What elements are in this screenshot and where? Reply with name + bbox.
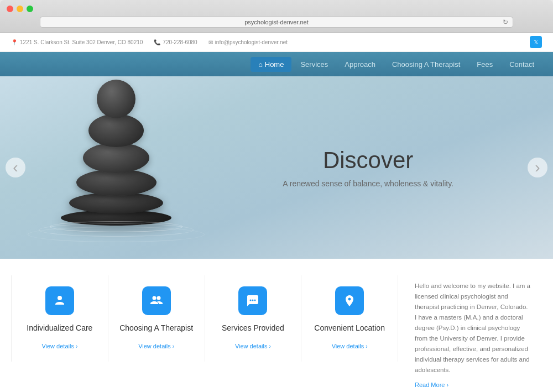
twitter-icon[interactable]: 𝕏 [530, 36, 542, 48]
nav-item-approach[interactable]: Approach [337, 57, 383, 72]
hero-section: Discover A renewed sense of balance, who… [0, 76, 553, 259]
address-bar[interactable]: psychologist-denver.net ↻ [40, 17, 513, 28]
prev-slide-button[interactable]: ‹ [6, 158, 25, 177]
stone-2 [76, 169, 156, 196]
main-nav: ⌂ Home Services Approach Choosing A Ther… [0, 52, 553, 76]
feature-card-choosing-therapist: Choosing A Therapist View details › [108, 275, 205, 362]
traffic-lights [7, 6, 546, 12]
read-more-arrow: › [446, 381, 448, 388]
close-button[interactable] [7, 6, 13, 12]
svg-point-4 [252, 300, 254, 301]
nav-item-choosing-therapist[interactable]: Choosing A Therapist [384, 57, 468, 72]
email-icon: ✉ [208, 39, 213, 45]
nav-item-home[interactable]: ⌂ Home [251, 57, 291, 72]
convenient-location-link[interactable]: View details › [332, 343, 368, 349]
email-text: info@psychologist-denver.net [215, 39, 288, 45]
stone-5 [97, 80, 135, 118]
individualized-care-icon [45, 286, 74, 315]
svg-point-1 [152, 296, 156, 300]
top-bar: 📍 1221 S. Clarkson St. Suite 302 Denver,… [0, 33, 553, 52]
stone-4 [88, 114, 144, 147]
svg-point-2 [156, 296, 160, 300]
svg-point-3 [250, 300, 252, 301]
phone-text: 720-228-6080 [163, 39, 197, 45]
nav-item-services[interactable]: Services [293, 57, 336, 72]
phone-icon: 📞 [154, 39, 160, 45]
choosing-therapist-icon [142, 286, 171, 315]
social-links: 𝕏 [530, 36, 542, 48]
location-icon: 📍 [11, 39, 18, 45]
hero-title: Discover [283, 147, 453, 174]
individualized-care-title: Individualized Care [20, 323, 100, 334]
address-item: 📍 1221 S. Clarkson St. Suite 302 Denver,… [11, 39, 143, 45]
website-content: 📍 1221 S. Clarkson St. Suite 302 Denver,… [0, 33, 553, 392]
svg-point-5 [254, 300, 256, 301]
svg-point-0 [58, 296, 62, 300]
maximize-button[interactable] [27, 6, 33, 12]
choosing-therapist-link[interactable]: View details › [138, 343, 174, 349]
home-icon: ⌂ [258, 60, 263, 69]
browser-chrome: psychologist-denver.net ↻ [0, 0, 553, 33]
features-description: Hello and welcome to my website. I am a … [398, 275, 542, 392]
nav-item-contact[interactable]: Contact [502, 57, 542, 72]
water-ring-3 [28, 227, 205, 242]
hero-text: Discover A renewed sense of balance, who… [283, 147, 453, 188]
services-provided-icon [238, 286, 267, 315]
convenient-location-title: Convenient Location [310, 323, 389, 334]
feature-cards: Individualized Care View details › Choos… [11, 275, 398, 362]
feature-card-individualized-care: Individualized Care View details › [11, 275, 108, 362]
read-more-link[interactable]: Read More › [415, 381, 448, 388]
individualized-care-link[interactable]: View details › [41, 343, 77, 349]
feature-card-services-provided: Services Provided View details › [205, 275, 302, 362]
feature-card-convenient-location: Convenient Location View details › [301, 275, 398, 362]
services-provided-link[interactable]: View details › [235, 343, 271, 349]
address-text: 1221 S. Clarkson St. Suite 302 Denver, C… [20, 39, 143, 45]
url-text: psychologist-denver.net [244, 19, 309, 25]
refresh-icon[interactable]: ↻ [503, 18, 508, 26]
features-section: Individualized Care View details › Choos… [0, 259, 553, 392]
nav-item-fees[interactable]: Fees [469, 57, 500, 72]
hero-stones-image [44, 82, 188, 259]
services-provided-title: Services Provided [213, 323, 293, 334]
choosing-therapist-title: Choosing A Therapist [117, 323, 196, 334]
hero-subtitle: A renewed sense of balance, wholeness & … [283, 179, 453, 188]
email-item: ✉ info@psychologist-denver.net [208, 39, 288, 45]
convenient-location-icon [335, 286, 364, 315]
stone-3 [83, 143, 149, 173]
next-slide-button[interactable]: › [528, 158, 547, 177]
phone-item: 📞 720-228-6080 [154, 39, 197, 45]
nav-items: ⌂ Home Services Approach Choosing A Ther… [251, 57, 542, 72]
features-description-text: Hello and welcome to my website. I am a … [415, 281, 531, 375]
minimize-button[interactable] [17, 6, 23, 12]
